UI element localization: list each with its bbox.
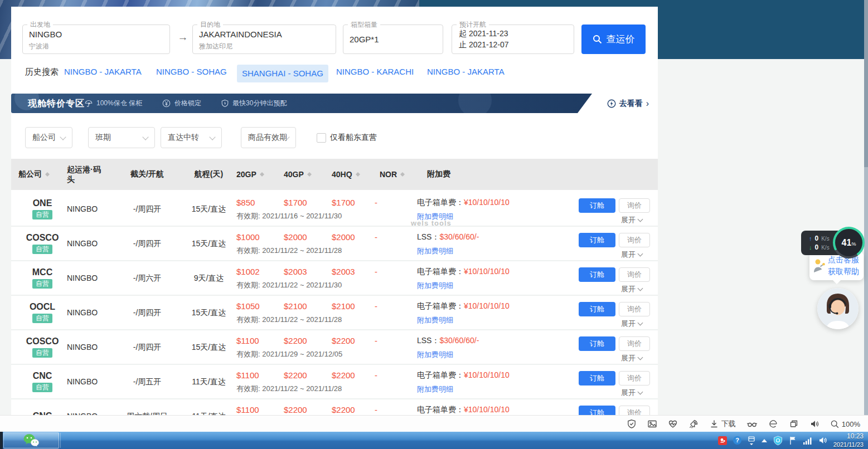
network-signal-icon[interactable] [803,437,812,445]
history-item-5[interactable]: NINGBO - JAKARTA [427,65,505,79]
cutoff-cell: -/周四开 [113,296,181,329]
health-heart-icon[interactable] [668,419,678,429]
page-zoom-control[interactable]: 100% [830,419,860,429]
validity-filter-select[interactable]: 商品有效期 [241,127,296,148]
chevron-down-icon [638,389,643,395]
scrollbar[interactable] [864,0,868,415]
price-20gp: $1100 [236,370,259,380]
window-popup-tray-icon[interactable] [748,436,755,446]
table-row: OOCL自营 NINGBO -/周四开 15天/直达 $1050 $2100 $… [11,296,658,330]
book-button[interactable]: 订舱 [579,336,615,351]
book-button[interactable]: 订舱 [579,371,615,385]
book-button[interactable]: 订舱 [579,302,615,316]
departure-date-field[interactable]: 预计开航 起 2021-11-23 止 2021-12-07 [452,25,574,54]
price-40hq: $2003 [332,267,355,276]
surcharge-detail-link[interactable]: 附加费明细 [417,246,453,256]
magnifier-icon [830,419,840,429]
help-tray-icon[interactable]: ? [733,436,741,445]
volume-speaker-icon[interactable] [818,436,828,445]
scrollbar-thumb[interactable] [864,0,868,167]
surcharge-detail-link[interactable]: 附加费明细 [417,315,453,325]
owner-direct-checkbox[interactable] [317,133,326,143]
validity-text: 有效期: 2021/11/29 ~ 2021/12/05 [236,349,342,359]
feature-fast-allocation-text: 最快30分钟出预配 [232,99,287,108]
history-item-1[interactable]: NINGBO - JAKARTA [64,65,142,79]
inquire-button[interactable]: 询价 [619,406,650,415]
taskbar-clock[interactable]: 10:23 2021/11/23 [833,432,864,449]
surcharge-cell: 电子箱单费：¥10/10/10/10 [417,198,510,208]
tencent-shield-tray-icon[interactable] [773,436,783,446]
inquire-button[interactable]: 询价 [619,371,650,385]
expand-link[interactable]: 展开 [621,215,642,225]
destination-field[interactable]: 目的地 JAKARTAINDONESIA 雅加达印尼 [192,25,336,54]
sort-icon[interactable] [400,169,405,179]
validity-filter-label: 商品有效期 [248,133,287,143]
expand-link[interactable]: 展开 [621,319,642,329]
progress-circle-widget[interactable]: 41% [833,227,865,258]
book-button[interactable]: 订舱 [579,406,615,415]
search-icon [593,35,602,44]
download-arrow-icon: ↓ [809,244,812,251]
table-row: CNC NINGBO 周六截/周日 11天/直达 $1100 $2200 $22… [11,399,658,415]
container-type-field[interactable]: 箱型箱量 20GP*1 [343,25,443,54]
action-center-flag-icon[interactable] [789,436,797,445]
expand-link[interactable]: 展开 [621,388,642,398]
inquire-button[interactable]: 询价 [619,267,650,282]
download-button[interactable]: 下载 [709,419,736,429]
shield-icon [221,99,229,108]
history-item-2[interactable]: NINGBO - SOHAG [156,65,227,79]
feature-fast-allocation: 最快30分钟出预配 [221,99,287,108]
sort-icon[interactable] [356,169,360,179]
customer-service-avatar[interactable] [817,288,859,329]
carrier-filter-select[interactable]: 船公司 [25,127,72,148]
expand-link[interactable]: 展开 [621,284,642,294]
surcharge-cell: 电子箱单费：¥10/10/10/10 [417,301,510,311]
history-item-4[interactable]: NINGBO - KARACHI [336,65,414,79]
surcharge-detail-link[interactable]: 附加费明细 [417,384,453,394]
origin-field[interactable]: 出发地 NINGBO 宁波港 [22,25,170,54]
inquire-button[interactable]: 询价 [619,302,650,316]
ie-compat-icon[interactable] [768,419,778,429]
book-button[interactable]: 订舱 [579,267,615,282]
inquire-button[interactable]: 询价 [619,198,650,213]
inquire-button[interactable]: 询价 [619,336,650,351]
sort-icon[interactable] [45,169,50,179]
sort-icon[interactable] [260,169,264,179]
restore-window-icon[interactable] [789,419,799,429]
expand-link[interactable]: 展开 [621,353,642,363]
incognito-glasses-icon[interactable] [746,419,758,429]
sort-icon[interactable] [307,169,312,179]
boost-rocket-icon[interactable] [688,419,699,429]
inquire-button[interactable]: 询价 [619,233,650,247]
history-item-3-active[interactable]: SHANGHAI - SOHAG [237,65,328,82]
price-40gp: $2200 [284,370,307,380]
go-see-link[interactable]: 去看看 › [607,94,649,113]
surcharge-detail-link[interactable]: 附加费明细 [417,350,453,360]
price-nor: - [375,405,377,414]
header-nor: NOR [380,159,405,190]
header-carrier: 船公司 [18,159,50,190]
watermark: wels tools [411,219,452,227]
expand-link[interactable]: 展开 [621,250,642,260]
direct-transfer-filter-select[interactable]: 直达中转 [161,127,222,148]
chevron-right-icon: › [646,99,649,109]
feature-price-lock-text: 价格锁定 [174,99,201,108]
price-40hq: $2200 [332,405,355,414]
wechat-taskbar-button[interactable] [3,432,59,448]
show-hidden-icons-arrow[interactable] [762,439,767,442]
baidu-netdisk-tray-icon[interactable] [718,436,727,445]
download-icon [709,419,719,429]
screenshot-image-icon[interactable] [647,419,657,429]
search-freight-button[interactable]: 查运价 [581,25,646,54]
adblock-shield-icon[interactable] [627,419,637,429]
book-button[interactable]: 订舱 [579,233,615,247]
mute-speaker-icon[interactable] [809,419,819,429]
yuan-circle-icon [162,99,171,108]
transit-cell: 15天/直达 [181,192,236,226]
book-button[interactable]: 订舱 [579,198,615,213]
schedule-filter-select[interactable]: 班期 [88,127,155,148]
transit-cell: 9天/直达 [181,261,236,295]
price-20gp: $1000 [236,232,260,242]
surcharge-detail-link[interactable]: 附加费明细 [417,281,453,291]
self-operated-badge: 自营 [32,314,52,323]
